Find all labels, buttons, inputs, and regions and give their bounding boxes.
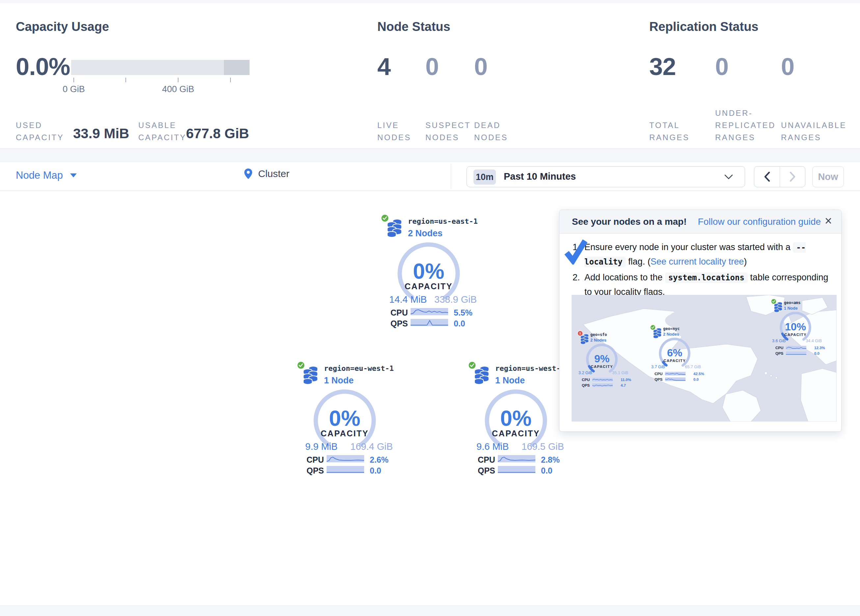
- map-pin-icon: [244, 168, 252, 179]
- cpu-label: CPU: [582, 378, 590, 382]
- qps-value: 0.0: [541, 466, 552, 475]
- qps-sparkline: [665, 378, 686, 381]
- qps-sparkline: [326, 466, 364, 474]
- time-prev-button[interactable]: [754, 166, 780, 187]
- capacity-label: CAPACITY: [584, 365, 620, 368]
- locality-nodes: 2 Nodes: [590, 338, 606, 343]
- usable-capacity-value: 677.8 GiB: [186, 126, 249, 141]
- cpu-metric-row: CPU 2.8%: [478, 455, 563, 463]
- cpu-value: 12.3%: [814, 346, 825, 350]
- region-name: region=eu-west-1: [324, 364, 394, 373]
- dead-nodes-label: DEAD NODES: [474, 119, 517, 143]
- blue-check-mark-icon: [564, 238, 589, 265]
- locality-tree-link[interactable]: See current locality tree: [651, 257, 744, 266]
- under-replicated-count: 0: [715, 53, 728, 81]
- region-card-us-east-1[interactable]: region=us-east-1 2 Nodes 0% CAPACITY 14.…: [379, 213, 478, 329]
- map-node-geo-nyc: geo=nyc 2 Nodes 6% CAPACITY 3.7 GiB 65.7…: [650, 324, 703, 384]
- time-range-selector[interactable]: 10m Past 10 Minutes: [466, 166, 745, 187]
- total-value: 169.5 GiB: [515, 441, 564, 452]
- used-value: 3.2 GiB: [579, 370, 592, 375]
- total-value: 65.7 GiB: [676, 365, 701, 369]
- step-text: ): [744, 257, 747, 266]
- qps-label: QPS: [654, 378, 662, 381]
- qps-sparkline: [786, 351, 806, 356]
- region-nodes-link[interactable]: 1 Node: [324, 375, 354, 386]
- qps-label: QPS: [582, 383, 590, 387]
- setup-step-1: 1. Ensure every node in your cluster was…: [573, 240, 831, 269]
- cpu-value: 2.8%: [541, 455, 560, 465]
- breadcrumb-label: Cluster: [258, 168, 289, 179]
- capacity-label: CAPACITY: [656, 359, 693, 363]
- region-card-us-west-1[interactable]: region=us-west-1 1 Node 0% CAPACITY 9.6 …: [466, 361, 565, 476]
- view-selector-label: Node Map: [16, 169, 63, 181]
- region-name: region=us-west-1: [495, 364, 565, 373]
- capacity-usage-bar: [71, 60, 250, 75]
- qps-label: QPS: [391, 319, 408, 328]
- used-value: 9.6 MiB: [476, 441, 509, 452]
- cpu-label: CPU: [478, 455, 495, 465]
- view-selector-dropdown[interactable]: Node Map: [16, 169, 77, 181]
- now-button[interactable]: Now: [812, 166, 844, 187]
- step-number: 2.: [573, 271, 580, 285]
- qps-metric-row: QPS 0.0: [478, 466, 563, 474]
- close-icon[interactable]: ×: [825, 215, 832, 227]
- step-text: Ensure every node in your cluster was st…: [584, 242, 793, 252]
- locality-name: geo=nyc: [663, 326, 680, 331]
- unavailable-label: UNAVAILABLE RANGES: [781, 119, 858, 143]
- cpu-metric-row: CPU 2.6%: [306, 455, 392, 463]
- axis-tick-label-400: 400 GiB: [152, 84, 204, 94]
- cpu-sparkline: [592, 378, 613, 382]
- axis-tick: [178, 78, 179, 82]
- axis-tick: [230, 78, 231, 82]
- capacity-percent: 0%: [480, 406, 552, 431]
- time-range-badge: 10m: [474, 169, 496, 185]
- nodes-on-map-popup: See your nodes on a map! Follow our conf…: [559, 210, 841, 432]
- capacity-percent: 6%: [656, 347, 693, 359]
- cpu-sparkline: [786, 346, 806, 350]
- unavailable-count: 0: [781, 53, 794, 81]
- cpu-label: CPU: [306, 455, 324, 465]
- breadcrumb[interactable]: Cluster: [244, 168, 289, 179]
- dead-nodes-count: 0: [474, 53, 487, 81]
- used-value: 3.6 GiB: [772, 339, 786, 343]
- qps-value: 4.7: [621, 383, 626, 387]
- axis-tick-label-0: 0 GiB: [47, 84, 100, 94]
- under-replicated-label: UNDER-REPLICATED RANGES: [715, 107, 783, 143]
- popup-header: See your nodes on a map! Follow our conf…: [559, 210, 841, 234]
- cpu-value: 2.6%: [370, 455, 389, 465]
- step-text: Add locations to the: [584, 273, 665, 282]
- region-nodes-link[interactable]: 2 Nodes: [408, 228, 443, 238]
- capacity-label: CAPACITY: [309, 429, 381, 438]
- cpu-value: 5.5%: [454, 308, 472, 318]
- used-capacity-label: USED CAPACITY: [16, 119, 77, 143]
- system-locations-code: system.locations: [665, 273, 748, 283]
- map-node-geo-sfo: geo=sfo 2 Nodes 9% CAPACITY 3.2 GiB 35.1…: [577, 330, 630, 390]
- total-ranges-label: TOTAL RANGES: [649, 119, 699, 143]
- region-card-eu-west-1[interactable]: region=eu-west-1 1 Node 0% CAPACITY 9.9 …: [295, 361, 394, 476]
- qps-label: QPS: [478, 466, 495, 475]
- nodes-db-icon: [474, 366, 489, 384]
- time-range-label: Past 10 Minutes: [504, 171, 576, 182]
- cpu-label: CPU: [391, 308, 408, 318]
- region-nodes-link[interactable]: 1 Node: [495, 375, 525, 386]
- qps-label: QPS: [306, 466, 324, 475]
- live-nodes-count: 4: [377, 53, 391, 81]
- replication-status-title: Replication Status: [649, 20, 759, 34]
- popup-title: See your nodes on a map!: [572, 216, 687, 227]
- qps-metric-row: QPS 0.0: [306, 466, 392, 474]
- qps-value: 0.0: [694, 378, 699, 381]
- time-next-button[interactable]: [780, 166, 805, 187]
- capacity-label: CAPACITY: [777, 333, 814, 337]
- capacity-percent: 10%: [777, 321, 814, 333]
- view-toolbar: Node Map Cluster 10m Past 10 Minutes: [0, 161, 860, 191]
- axis-tick: [126, 78, 126, 82]
- nodes-db-icon: [387, 219, 402, 237]
- configuration-guide-link[interactable]: Follow our configuration guide: [698, 216, 821, 227]
- capacity-usage-percent: 0.0%: [16, 53, 70, 81]
- cpu-value: 11.0%: [621, 378, 631, 382]
- qps-value: 0.0: [814, 351, 819, 356]
- used-capacity-value: 33.9 MiB: [73, 126, 129, 141]
- qps-metric-row: QPS 0.0: [654, 378, 702, 385]
- capacity-reserved-segment: [224, 60, 250, 75]
- node-map-page: Capacity Usage 0.0% 0 GiB 400 GiB USED C…: [0, 0, 860, 616]
